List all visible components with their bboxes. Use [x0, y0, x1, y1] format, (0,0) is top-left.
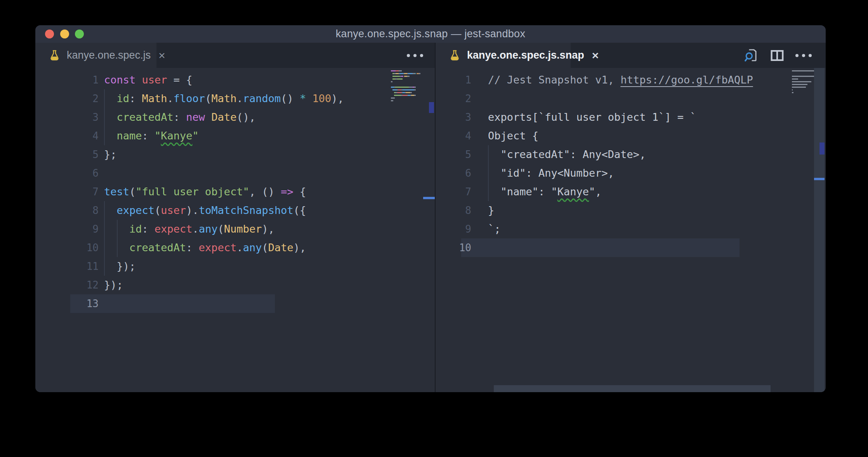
- minimap-segment: [792, 81, 811, 82]
- code-line: "name": "Kanye",: [488, 182, 602, 201]
- minimap-segment: [399, 73, 403, 74]
- minimap-segment: [792, 76, 814, 77]
- minimap-segment: [397, 92, 402, 93]
- minimap-segment: [410, 92, 412, 93]
- minimap-segment: [391, 81, 392, 82]
- line-number: 12: [35, 276, 99, 294]
- minimap-segment: [391, 70, 396, 71]
- minimap-segment: [392, 76, 399, 77]
- line-number: 2: [35, 89, 99, 108]
- minimap-segment: [406, 92, 410, 93]
- minimap-segment: [395, 87, 409, 88]
- minimap-segment: [401, 76, 403, 77]
- line-number: 11: [35, 257, 99, 276]
- minimap-segment: [403, 89, 414, 90]
- code-line: Object {: [488, 127, 538, 145]
- code-line: `;: [488, 220, 501, 238]
- code-line: });: [104, 257, 135, 276]
- line-number: 10: [35, 238, 99, 257]
- current-line-highlight: [70, 294, 275, 313]
- line-number: 9: [35, 220, 99, 238]
- code-line: createdAt: expect.any(Date),: [104, 238, 306, 257]
- minimap-segment: [391, 100, 393, 101]
- line-number: 4: [35, 127, 99, 145]
- code-line: "createdAt": Any<Date>,: [488, 145, 646, 164]
- minimap-segment: [808, 70, 814, 71]
- code-line: // Jest Snapshot v1, https://goo.gl/fbAQ…: [488, 71, 753, 89]
- minimap[interactable]: [391, 70, 422, 117]
- minimap-segment: [392, 89, 397, 90]
- minimap-segment: [403, 95, 407, 96]
- minimap-segment: [415, 73, 416, 74]
- code-line: id: Math.floor(Math.random() * 100),: [104, 89, 344, 108]
- editor-window: kanye.one.spec.js.snap — jest-sandbox ka…: [35, 25, 826, 392]
- minimap-segment: [419, 73, 420, 74]
- code-line: exports[`full user object 1`] = `: [488, 108, 696, 127]
- minimap-segment: [792, 89, 793, 90]
- minimap-segment: [396, 73, 399, 74]
- minimap-segment: [800, 87, 804, 88]
- line-number: 3: [35, 108, 99, 127]
- line-number: 3: [436, 108, 471, 127]
- minimap-segment: [409, 87, 413, 88]
- code-editor-left[interactable]: 1const user = {2 id: Math.floor(Math.ran…: [35, 68, 435, 392]
- minimap-segment: [408, 73, 413, 74]
- minimap-segment: [391, 97, 395, 99]
- line-number: 9: [436, 220, 471, 238]
- code-line: id: expect.any(Number),: [104, 220, 274, 238]
- minimap-segment: [391, 87, 394, 88]
- minimap-segment: [398, 78, 402, 80]
- line-number: 8: [436, 201, 471, 220]
- minimap-segment: [414, 95, 416, 96]
- code-line: const user = {: [104, 71, 193, 89]
- code-line: "id": Any<Number>,: [488, 164, 614, 182]
- line-number: 8: [35, 201, 99, 220]
- code-line: createdAt: new Date(),: [104, 108, 255, 127]
- overview-ruler-marker: [429, 102, 434, 113]
- desktop: { "window": { "title": "kanye.one.spec.j…: [0, 0, 868, 457]
- vertical-scrollbar[interactable]: [814, 68, 825, 392]
- minimap-segment: [407, 76, 410, 77]
- minimap-segment: [804, 87, 806, 88]
- editor-pane-left: 1const user = {2 id: Math.floor(Math.ran…: [35, 43, 435, 392]
- minimap-segment: [792, 70, 808, 71]
- editor-pane-right: 1// Jest Snapshot v1, https://goo.gl/fbA…: [436, 43, 826, 392]
- minimap-segment: [414, 89, 416, 90]
- minimap-segment: [792, 92, 793, 93]
- minimap-segment: [399, 70, 402, 71]
- minimap-segment: [404, 73, 407, 74]
- code-line: test("full user object", () => {: [104, 182, 306, 201]
- code-line: });: [104, 276, 123, 294]
- overview-ruler-cursor-line: [423, 197, 435, 199]
- horizontal-scrollbar[interactable]: [494, 385, 771, 392]
- line-number: 7: [436, 182, 471, 201]
- line-number: 4: [436, 127, 471, 145]
- line-number: 10: [436, 238, 471, 257]
- line-number: 1: [436, 71, 471, 89]
- titlebar: kanye.one.spec.js.snap — jest-sandbox: [35, 25, 826, 43]
- minimap-segment: [396, 70, 399, 71]
- line-number: 6: [436, 164, 471, 182]
- code-line: };: [104, 145, 117, 164]
- code-editor-right[interactable]: 1// Jest Snapshot v1, https://goo.gl/fbA…: [436, 68, 826, 392]
- minimap-segment: [394, 95, 401, 96]
- minimap-segment: [792, 78, 798, 80]
- overview-ruler-cursor-line: [814, 178, 825, 180]
- minimap-segment: [392, 78, 396, 80]
- current-line-highlight: [461, 238, 740, 257]
- minimap[interactable]: [792, 70, 814, 105]
- minimap-segment: [398, 89, 401, 90]
- minimap-segment: [411, 95, 414, 96]
- minimap-segment: [792, 87, 800, 88]
- line-number: 13: [35, 294, 99, 313]
- code-line: }: [488, 201, 494, 220]
- line-number: 5: [436, 145, 471, 164]
- overview-ruler-marker: [819, 142, 825, 155]
- minimap-segment: [414, 87, 416, 88]
- line-number: 5: [35, 145, 99, 164]
- code-line: expect(user).toMatchSnapshot({: [104, 201, 306, 220]
- window-title: kanye.one.spec.js.snap — jest-sandbox: [35, 25, 826, 43]
- line-number: 6: [35, 164, 99, 182]
- line-number: 2: [436, 89, 471, 108]
- minimap-segment: [404, 76, 407, 77]
